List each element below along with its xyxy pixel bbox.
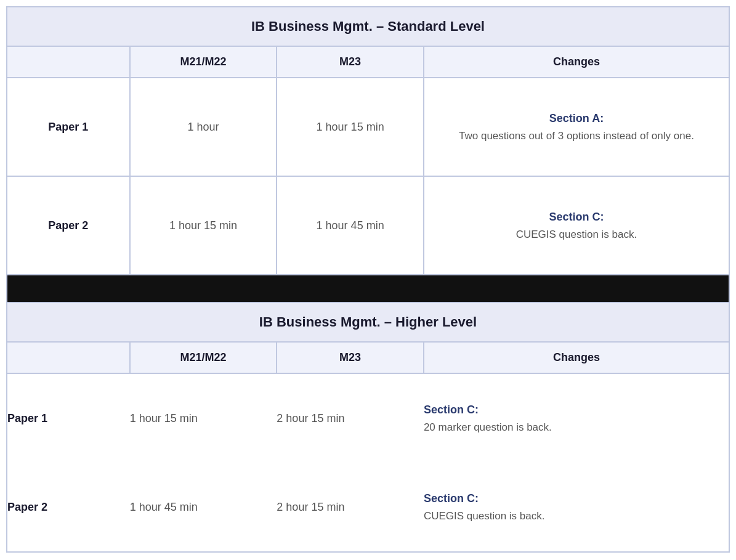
higher-paper2-m2122: 1 hour 45 min [130, 463, 277, 552]
higher-col-m23: M23 [277, 342, 424, 373]
higher-paper2-m23: 2 hour 15 min [277, 463, 424, 552]
higher-paper1-changes: Section C: 20 marker question is back. [424, 373, 729, 463]
standard-header-row: M21/M22 M23 Changes [7, 46, 729, 78]
higher-paper1-m23: 2 hour 15 min [277, 373, 424, 463]
standard-col-m2122: M21/M22 [130, 46, 277, 78]
standard-title-row: IB Business Mgmt. – Standard Level [7, 7, 729, 46]
divider-row [7, 275, 729, 302]
standard-paper1-m2122: 1 hour [130, 78, 277, 176]
higher-header-row: M21/M22 M23 Changes [7, 342, 729, 373]
higher-paper1-row: Paper 1 1 hour 15 min 2 hour 15 min Sect… [7, 373, 729, 463]
standard-paper1-label: Paper 1 [7, 78, 130, 176]
standard-col-empty [7, 46, 130, 78]
standard-paper2-row: Paper 2 1 hour 15 min 1 hour 45 min Sect… [7, 176, 729, 275]
standard-paper2-m2122: 1 hour 15 min [130, 176, 277, 275]
standard-paper2-m23: 1 hour 45 min [277, 176, 424, 275]
standard-paper1-row: Paper 1 1 hour 1 hour 15 min Section A: … [7, 78, 729, 176]
standard-paper2-changes: Section C: CUEGIS question is back. [424, 176, 729, 275]
higher-title-row: IB Business Mgmt. – Higher Level [7, 302, 729, 342]
higher-paper2-row: Paper 2 1 hour 45 min 2 hour 15 min Sect… [7, 463, 729, 552]
standard-col-changes: Changes [424, 46, 729, 78]
higher-paper1-label: Paper 1 [7, 373, 130, 463]
standard-paper1-changes: Section A: Two questions out of 3 option… [424, 78, 729, 176]
main-table: IB Business Mgmt. – Standard Level M21/M… [6, 6, 730, 553]
higher-col-empty [7, 342, 130, 373]
standard-paper1-m23: 1 hour 15 min [277, 78, 424, 176]
standard-paper2-label: Paper 2 [7, 176, 130, 275]
standard-title: IB Business Mgmt. – Standard Level [7, 7, 729, 46]
divider [7, 275, 729, 302]
standard-col-m23: M23 [277, 46, 424, 78]
higher-col-m2122: M21/M22 [130, 342, 277, 373]
higher-title: IB Business Mgmt. – Higher Level [7, 302, 729, 342]
higher-paper1-m2122: 1 hour 15 min [130, 373, 277, 463]
higher-col-changes: Changes [424, 342, 729, 373]
higher-paper2-label: Paper 2 [7, 463, 130, 552]
higher-paper2-changes: Section C: CUEGIS question is back. [424, 463, 729, 552]
